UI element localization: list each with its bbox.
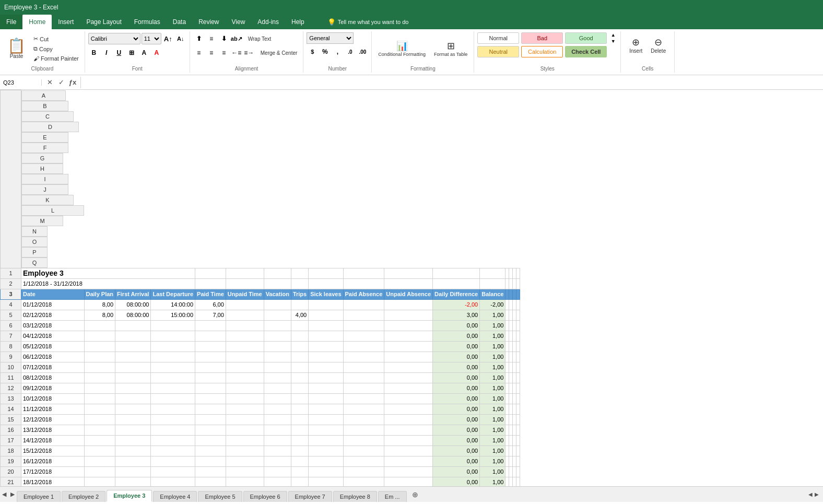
- data-cell[interactable]: 1,00: [480, 393, 505, 404]
- data-cell[interactable]: [226, 414, 264, 425]
- data-cell[interactable]: [115, 414, 151, 425]
- data-cell[interactable]: [513, 372, 516, 383]
- data-cell[interactable]: [195, 477, 226, 486]
- data-cell[interactable]: [115, 477, 151, 486]
- data-cell[interactable]: [505, 477, 509, 486]
- accounting-button[interactable]: $: [307, 46, 318, 57]
- data-cell[interactable]: [264, 446, 291, 456]
- data-cell[interactable]: [505, 362, 509, 372]
- data-cell[interactable]: [509, 404, 513, 414]
- date-range-cell[interactable]: 1/12/2018 - 31/12/2018: [21, 278, 195, 289]
- data-cell[interactable]: [516, 477, 520, 486]
- data-cell[interactable]: [343, 466, 384, 477]
- data-cell[interactable]: 7,00: [195, 310, 226, 320]
- data-cell[interactable]: [84, 466, 115, 477]
- data-cell[interactable]: [509, 320, 513, 331]
- col-header-q[interactable]: Q: [21, 257, 48, 268]
- data-cell[interactable]: [343, 341, 384, 351]
- data-cell[interactable]: [509, 425, 513, 435]
- cancel-formula-icon[interactable]: ✕: [44, 77, 55, 88]
- data-cell[interactable]: 6,00: [195, 299, 226, 310]
- styles-scroll-down[interactable]: ▼: [609, 39, 617, 44]
- data-cell[interactable]: [509, 435, 513, 446]
- data-cell[interactable]: [309, 310, 343, 320]
- data-cell[interactable]: [516, 446, 520, 456]
- data-cell[interactable]: [509, 393, 513, 404]
- data-cell[interactable]: [505, 331, 509, 341]
- data-cell[interactable]: [384, 299, 433, 310]
- data-cell[interactable]: [264, 404, 291, 414]
- data-cell[interactable]: 4,00: [291, 310, 308, 320]
- data-cell[interactable]: [513, 466, 516, 477]
- data-cell[interactable]: [343, 456, 384, 466]
- data-cell[interactable]: [513, 331, 516, 341]
- data-cell[interactable]: [509, 362, 513, 372]
- data-cell[interactable]: [264, 466, 291, 477]
- data-cell[interactable]: [384, 393, 433, 404]
- data-cell[interactable]: [513, 404, 516, 414]
- data-cell[interactable]: [343, 310, 384, 320]
- sheet-tab-employee-1[interactable]: Employee 1: [17, 491, 61, 502]
- data-cell[interactable]: 12/12/2018: [21, 414, 85, 425]
- data-cell[interactable]: [516, 383, 520, 393]
- data-cell[interactable]: [115, 331, 151, 341]
- data-cell[interactable]: [226, 331, 264, 341]
- decrease-decimal-button[interactable]: .0: [344, 46, 356, 57]
- title-cell[interactable]: Employee 3: [21, 268, 195, 278]
- data-cell[interactable]: 06/12/2018: [21, 351, 85, 362]
- data-cell[interactable]: [291, 435, 308, 446]
- data-cell[interactable]: [343, 372, 384, 383]
- menu-data[interactable]: Data: [167, 15, 192, 29]
- data-cell[interactable]: [195, 456, 226, 466]
- formula-input[interactable]: [81, 79, 823, 86]
- data-cell[interactable]: [195, 341, 226, 351]
- data-cell[interactable]: [264, 331, 291, 341]
- data-cell[interactable]: [195, 351, 226, 362]
- data-cell[interactable]: [505, 299, 509, 310]
- sheet-tab-employee-2[interactable]: Employee 2: [62, 491, 105, 502]
- data-cell[interactable]: [509, 414, 513, 425]
- data-cell[interactable]: 10/12/2018: [21, 393, 85, 404]
- conditional-formatting-button[interactable]: 📊 Conditional Formatting: [375, 39, 429, 59]
- data-cell[interactable]: [115, 435, 151, 446]
- tab-scroll-right[interactable]: ▶: [8, 491, 17, 498]
- data-cell[interactable]: [513, 446, 516, 456]
- data-cell[interactable]: [264, 362, 291, 372]
- data-cell[interactable]: [516, 466, 520, 477]
- col-header-n[interactable]: N: [21, 226, 48, 237]
- tab-scroll-left[interactable]: ◀: [0, 491, 8, 498]
- data-cell[interactable]: [264, 372, 291, 383]
- data-cell[interactable]: [195, 404, 226, 414]
- data-cell[interactable]: [291, 414, 308, 425]
- data-cell[interactable]: 0,00: [433, 393, 480, 404]
- data-cell[interactable]: [291, 362, 308, 372]
- data-cell[interactable]: [505, 383, 509, 393]
- data-cell[interactable]: 16/12/2018: [21, 456, 85, 466]
- data-cell[interactable]: [291, 425, 308, 435]
- scrollbar-left[interactable]: ◀: [808, 491, 813, 497]
- data-cell[interactable]: [516, 372, 520, 383]
- data-cell[interactable]: [384, 320, 433, 331]
- data-cell[interactable]: [291, 393, 308, 404]
- data-cell[interactable]: [84, 435, 115, 446]
- data-cell[interactable]: [505, 310, 509, 320]
- style-check-cell[interactable]: Check Cell: [565, 46, 607, 57]
- add-sheet-button[interactable]: ⊕: [408, 488, 422, 501]
- align-right-button[interactable]: ≡: [218, 47, 230, 58]
- align-center-button[interactable]: ≡: [206, 47, 217, 58]
- col-header-a[interactable]: A: [21, 90, 66, 101]
- data-cell[interactable]: 05/12/2018: [21, 341, 85, 351]
- data-cell[interactable]: [509, 299, 513, 310]
- data-cell[interactable]: [384, 351, 433, 362]
- data-cell[interactable]: 0,00: [433, 477, 480, 486]
- data-cell[interactable]: [384, 435, 433, 446]
- data-cell[interactable]: [509, 456, 513, 466]
- data-cell[interactable]: [151, 435, 195, 446]
- data-cell[interactable]: [291, 383, 308, 393]
- data-cell[interactable]: 0,00: [433, 466, 480, 477]
- comma-button[interactable]: ,: [332, 46, 343, 57]
- data-cell[interactable]: [195, 425, 226, 435]
- data-cell[interactable]: [115, 383, 151, 393]
- data-cell[interactable]: [226, 477, 264, 486]
- menu-insert[interactable]: Insert: [52, 15, 80, 29]
